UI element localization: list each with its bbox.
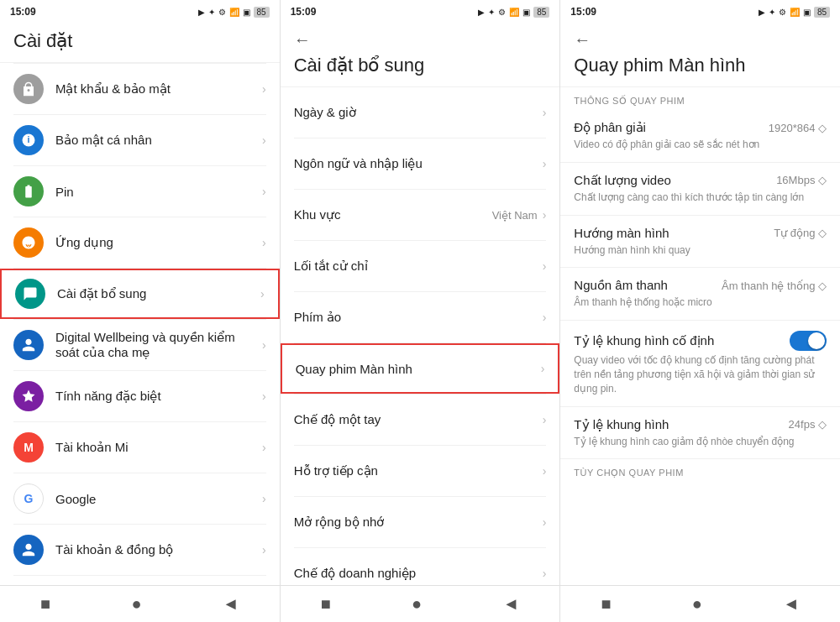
nav-back-2[interactable]: ◄ [489,589,533,619]
panel3-title: Quay phim Màn hình [574,55,827,76]
icon-wifi-3: ▣ [803,8,811,17]
item-phim-ao[interactable]: Phím ảo › [281,292,560,342]
label-ho-tro: Hỗ trợ tiếp cận [294,463,543,478]
item-mi[interactable]: M Tài khoản Mi › [0,422,280,473]
title-ty-le-co-dinh: Tỷ lệ khung hình cố định [574,333,783,348]
desc-do-phan-giai: Video có độ phân giải cao sẽ sắc nét hơn [574,138,827,152]
icon-google: G [13,483,44,514]
row-ty-le-co-dinh[interactable]: Tỷ lệ khung hình cố định Quay video với … [560,321,840,406]
chevron-mi: › [262,441,266,454]
icon-lock-3: ✦ [769,8,775,17]
time-2: 15:09 [291,6,317,18]
item-khu-vuc[interactable]: Khu vực Việt Nam › [281,190,560,240]
chevron-khu-vuc: › [543,208,547,222]
desc-ty-le: Tỷ lệ khung hình cao giảm độ nhòe chuyển… [574,435,827,449]
toggle-knob-ty-le [808,332,825,349]
nav-square-1[interactable]: ■ [27,589,64,619]
label-ung-dung: Ứng dụng [55,235,262,250]
item-text-mat-khau: Mật khẩu & bảo mật [55,81,262,97]
label-pin: Pin [55,185,262,199]
panel3-header: ← Quay phim Màn hình [560,24,840,87]
desc-huong: Hướng màn hình khi quay [574,243,827,258]
status-bar-2: 15:09 ▶ ✦ ⚙ 📶 ▣ 85 [281,0,560,24]
title-do-phan-giai: Độ phân giải [574,120,761,135]
panel1-title: Cài đặt [13,30,266,52]
nav-circle-3[interactable]: ● [679,589,716,619]
value-nguon-am: Âm thanh hệ thống ◇ [722,280,827,292]
label-ngay-gio: Ngày & giờ [294,105,543,120]
item-google[interactable]: G Google › [0,473,280,524]
status-bar-1: 15:09 ▶ ✦ ⚙ 📶 ▣ 85 [0,0,280,24]
icon-bao-mat: i [13,125,44,155]
item-tinh-nang[interactable]: Tính năng đặc biệt › [0,371,280,421]
item-digital[interactable]: Digital Wellbeing và quyền kiểm soát của… [0,320,280,370]
row-header-nguon-am: Nguồn âm thanh Âm thanh hệ thống ◇ [574,278,827,293]
item-bao-mat[interactable]: i Bảo mật cá nhân › [0,115,280,165]
row-ty-le[interactable]: Tỷ lệ khung hình 24fps ◇ Tỷ lệ khung hìn… [560,407,840,460]
back-arrow-2[interactable]: ← [294,30,311,50]
row-chat-luong[interactable]: Chất lượng video 16Mbps ◇ Chất lượng càn… [560,163,840,216]
item-loi-tat[interactable]: Lối tắt cử chỉ › [281,241,560,291]
item-text-ho-tro: Hỗ trợ tiếp cận [294,463,543,478]
battery-1: 85 [254,7,270,18]
item-mat-khau[interactable]: Mật khẩu & bảo mật › [0,64,280,114]
item-ho-tro[interactable]: Hỗ trợ tiếp cận › [281,446,560,496]
item-ngon-ngu[interactable]: Ngôn ngữ và nhập liệu › [281,139,560,189]
item-doanh-nghiep[interactable]: Chế độ doanh nghiệp › [281,548,560,585]
desc-nguon-am: Âm thanh hệ thống hoặc micro [574,295,827,310]
icon-signal-3: 📶 [790,8,800,17]
item-che-do-mot-tay[interactable]: Chế độ một tay › [281,395,560,445]
nav-square-3[interactable]: ■ [587,589,624,619]
item-ung-dung[interactable]: Ứng dụng › [0,217,280,268]
item-dong-bo[interactable]: Tài khoản & đồng bộ › [0,525,280,575]
row-header-chat-luong: Chất lượng video 16Mbps ◇ [574,173,827,188]
status-icons-1: ▶ ✦ ⚙ 📶 ▣ 85 [198,7,270,18]
icon-wifi: ▣ [243,8,250,17]
panel2-list: Ngày & giờ › Ngôn ngữ và nhập liệu › Khu… [281,87,560,585]
label-ngon-ngu: Ngôn ngữ và nhập liệu [294,156,543,171]
item-text-digital: Digital Wellbeing và quyền kiểm soát của… [55,330,262,360]
nav-circle-1[interactable]: ● [118,589,155,619]
icon-signal-2: 📶 [509,8,519,17]
desc-ty-le-co-dinh: Quay video với tốc độ khung cố định tăng… [574,353,827,395]
item-text-tinh-nang: Tính năng đặc biệt [55,389,262,404]
chevron-ngon-ngu: › [543,157,547,170]
status-bar-3: 15:09 ▶ ✦ ⚙ 📶 ▣ 85 [560,0,840,24]
item-text-mo-rong: Mở rộng bộ nhớ [294,515,543,530]
status-icons-3: ▶ ✦ ⚙ 📶 ▣ 85 [759,7,830,18]
label-cai-dat: Cài đặt bổ sung [57,286,260,301]
item-cai-dat-bo-sung[interactable]: Cài đặt bổ sung › [0,269,280,319]
label-quay-phim: Quay phim Màn hình [296,362,541,376]
value-ty-le: 24fps ◇ [789,418,827,431]
item-text-mi: Tài khoản Mi [55,440,262,455]
label-digital: Digital Wellbeing và quyền kiểm soát của… [55,330,262,360]
row-nguon-am[interactable]: Nguồn âm thanh Âm thanh hệ thống ◇ Âm th… [560,268,840,321]
icon-settings: ⚙ [218,8,226,17]
label-google: Google [55,492,262,506]
row-huong[interactable]: Hướng màn hình Tự động ◇ Hướng màn hình … [560,216,840,269]
item-quay-phim[interactable]: Quay phim Màn hình › [281,343,560,394]
toggle-ty-le[interactable] [790,331,827,351]
chevron-ung-dung: › [262,236,266,249]
item-text-cai-dat: Cài đặt bổ sung [57,286,260,301]
icon-record-3: ▶ [759,8,765,17]
chevron-pin: › [262,185,266,198]
item-pin[interactable]: Pin › [0,166,280,217]
title-huong: Hướng màn hình [574,226,767,241]
icon-tinh-nang [13,381,44,411]
back-arrow-3[interactable]: ← [574,30,591,50]
label-mat-khau: Mật khẩu & bảo mật [55,81,262,97]
nav-bar-1: ■ ● ◄ [0,585,280,622]
nav-back-1[interactable]: ◄ [209,589,253,619]
label-dong-bo: Tài khoản & đồng bộ [55,542,262,557]
item-text-google: Google [55,492,262,506]
screen-container: 15:09 ▶ ✦ ⚙ 📶 ▣ 85 Cài đặt Mật khẩu & b [0,0,840,622]
row-header-do-phan-giai: Độ phân giải 1920*864 ◇ [574,120,827,135]
item-ngay-gio[interactable]: Ngày & giờ › [281,87,560,138]
nav-square-2[interactable]: ■ [307,589,344,619]
item-mo-rong[interactable]: Mở rộng bộ nhớ › [281,497,560,547]
nav-back-3[interactable]: ◄ [769,589,813,619]
row-do-phan-giai[interactable]: Độ phân giải 1920*864 ◇ Video có độ phân… [560,110,840,163]
nav-circle-2[interactable]: ● [398,589,435,619]
time-1: 15:09 [10,6,36,18]
